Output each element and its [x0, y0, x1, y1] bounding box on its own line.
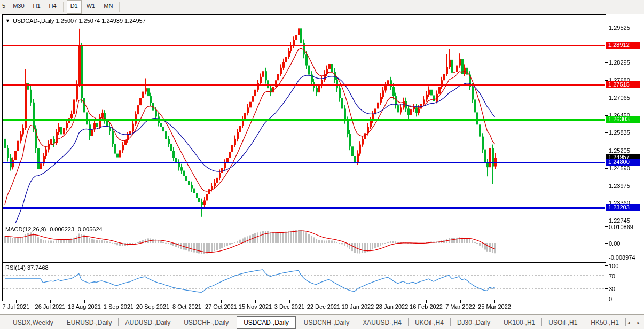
price-badge-support-2: 1.23203 — [606, 204, 640, 211]
date-axis-label: 25 Mar 2022 — [478, 303, 511, 310]
rsi-label: RSI(14) 37.7468 — [5, 264, 49, 271]
date-axis-label: 16 Feb 2022 — [410, 303, 443, 310]
price-badge-resistance-2: 1.27515 — [606, 81, 640, 88]
hline-pivot-green[interactable] — [3, 119, 605, 121]
hline-resistance-2[interactable] — [3, 84, 605, 86]
date-axis-label: 3 Dec 2021 — [274, 303, 304, 310]
date-axis-label: 10 Jan 2022 — [342, 303, 374, 310]
date-axis-label: 7 Jul 2021 — [3, 303, 30, 310]
price-tick-label: 1.25835 — [609, 129, 630, 136]
date-axis-label: 22 Dec 2021 — [307, 303, 340, 310]
macd-tick-label: 0.00 — [609, 240, 620, 247]
rsi-tick-label: 0 — [609, 296, 612, 302]
trading-app-window: 5M30H1H4D1W1MN ▼ USDCAD-,Daily 1.25007 1… — [0, 0, 644, 329]
chart-title-row: ▼ USDCAD-,Daily 1.25007 1.25074 1.24939 … — [5, 18, 146, 24]
rsi-tick-label: 70 — [609, 273, 615, 279]
price-tick-label: 1.23975 — [609, 183, 630, 189]
price-tick-label: 1.24590 — [609, 165, 630, 171]
macd-tick-label: 0.010869 — [609, 224, 633, 230]
price-tick-label: 1.25205 — [609, 147, 630, 154]
ohlc-collapse-icon[interactable]: ▼ — [5, 19, 10, 24]
hline-support-2[interactable] — [3, 207, 605, 209]
date-axis-label: 20 Sep 2021 — [136, 303, 169, 310]
date-axis-label: 7 Mar 2022 — [445, 303, 475, 310]
price-badge-resistance-1: 1.28912 — [606, 42, 640, 49]
date-axis-label: 15 Nov 2021 — [239, 303, 272, 310]
date-axis-label: 26 Jul 2021 — [35, 303, 66, 310]
date-axis-label: 13 Aug 2021 — [68, 303, 101, 310]
rsi-tick-label: 30 — [609, 286, 615, 292]
chart-title-text: USDCAD-,Daily 1.25007 1.25074 1.24939 1.… — [13, 18, 146, 24]
macd-tick-label: -0.008974 — [609, 254, 635, 261]
date-axis-label: 1 Sep 2021 — [104, 303, 133, 310]
hline-support-1[interactable] — [3, 162, 605, 163]
price-badge-support-1: 1.24800 — [606, 159, 640, 166]
price-tick-label: 1.29525 — [609, 25, 630, 31]
date-axis-label: 27 Oct 2021 — [205, 303, 237, 310]
date-axis-label: 8 Oct 2021 — [172, 303, 201, 310]
date-axis-label: 28 Jan 2022 — [376, 303, 409, 310]
macd-label: MACD(12,26,9) -0.006223 -0.005624 — [5, 226, 103, 232]
chart-canvas[interactable] — [0, 0, 644, 329]
rsi-tick-label: 100 — [609, 263, 618, 269]
price-tick-label: 1.22745 — [609, 217, 630, 224]
price-tick-label: 1.27065 — [609, 95, 630, 101]
price-tick-label: 1.28295 — [609, 59, 630, 66]
hline-resistance-1[interactable] — [3, 45, 605, 46]
price-badge-pivot-green: 1.26303 — [606, 116, 640, 123]
